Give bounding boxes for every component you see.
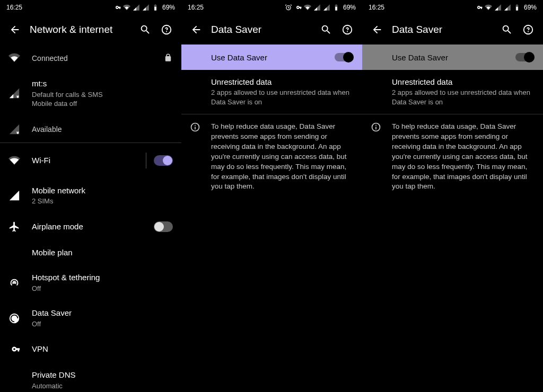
page-title: Data Saver (392, 24, 496, 35)
panel-network: 16:25 69% Network & internet (0, 0, 181, 392)
wifi-switch[interactable] (154, 155, 173, 166)
use-datasaver-row[interactable]: Use Data Saver (362, 44, 543, 70)
vpn-label: VPN (32, 344, 173, 354)
page-title: Network & internet (30, 24, 135, 35)
battery-text: 69% (162, 4, 175, 11)
wifi-status-icon (304, 4, 311, 11)
lock-icon-wrap (163, 53, 173, 63)
panel-datasaver-off: 16:25 69% Data Saver Use Data (362, 0, 543, 392)
help-icon (341, 24, 353, 35)
dns-sub: Automatic (32, 381, 173, 391)
arrow-back-icon (190, 24, 202, 35)
status-bar: 16:25 69% (181, 0, 362, 15)
mobile-sub: 2 SIMs (32, 197, 173, 206)
wifi-row[interactable]: Wi-Fi (0, 143, 181, 178)
search-icon (139, 24, 151, 35)
datasaver-row[interactable]: Data Saver Off (0, 300, 181, 336)
dns-row[interactable]: Private DNS Automatic (0, 362, 181, 392)
search-icon (320, 24, 332, 35)
signal1-icon (313, 4, 321, 11)
mobile-plan-row[interactable]: Mobile plan (0, 240, 181, 265)
unrestricted-title: Unrestricted data (211, 77, 354, 86)
wifi-icon (8, 52, 20, 64)
hotspot-sub: Off (32, 284, 173, 293)
search-button[interactable] (316, 19, 337, 40)
app-bar: Data Saver (181, 15, 362, 44)
signal-none-icon (8, 123, 20, 135)
dns-label: Private DNS (32, 370, 173, 380)
use-datasaver-switch[interactable] (515, 53, 535, 61)
battery-icon (152, 4, 159, 11)
hotspot-icon (8, 277, 20, 289)
battery-icon (332, 4, 340, 11)
app-bar: Data Saver (362, 15, 543, 44)
mts-sub2: Mobile data off (32, 99, 173, 109)
vpn-row[interactable]: VPN (0, 336, 181, 362)
unrestricted-sub: 2 apps allowed to use unrestricted data … (211, 88, 354, 106)
back-button[interactable] (366, 19, 388, 40)
use-datasaver-switch[interactable] (335, 53, 354, 61)
app-bar: Network & internet (0, 15, 181, 44)
mobile-label: Mobile network (32, 185, 173, 196)
unrestricted-row[interactable]: Unrestricted data 2 apps allowed to use … (181, 70, 362, 114)
mts-row[interactable]: mt:s Default for calls & SMS Mobile data… (0, 71, 181, 116)
use-datasaver-label: Use Data Saver (211, 53, 335, 62)
mobile-plan-label: Mobile plan (32, 247, 173, 258)
hotspot-label: Hotspot & tethering (32, 272, 173, 283)
unrestricted-sub: 2 apps allowed to use unrestricted data … (392, 88, 535, 106)
datasaver-sub: Off (32, 319, 173, 329)
airplane-label: Airplane mode (32, 221, 154, 232)
svg-point-0 (13, 282, 15, 284)
search-button[interactable] (135, 19, 156, 40)
panel-datasaver-on: 16:25 69% Data Saver (181, 0, 362, 392)
status-icons: 69% (285, 4, 356, 11)
help-button[interactable] (337, 19, 358, 40)
help-button[interactable] (518, 19, 539, 40)
hotspot-row[interactable]: Hotspot & tethering Off (0, 265, 181, 300)
help-button[interactable] (156, 19, 177, 40)
alarm-icon (285, 4, 292, 11)
unrestricted-title: Unrestricted data (392, 77, 535, 86)
unrestricted-row[interactable]: Unrestricted data 2 apps allowed to use … (362, 70, 543, 114)
signal1-icon (494, 4, 502, 11)
status-bar: 16:25 69% (362, 0, 543, 15)
mts-sub1: Default for calls & SMS (32, 90, 173, 100)
airplane-switch[interactable] (154, 221, 173, 232)
use-datasaver-label: Use Data Saver (392, 53, 515, 62)
page-title: Data Saver (211, 24, 316, 35)
info-icon (371, 122, 381, 132)
info-icon (190, 122, 200, 132)
battery-icon (513, 4, 521, 11)
signal-off-icon (8, 87, 20, 99)
vpn-key-icon (475, 4, 483, 11)
status-time: 16:25 (369, 4, 384, 11)
wifi-status-icon (485, 4, 492, 11)
airplane-row[interactable]: Airplane mode (0, 213, 181, 240)
lock-icon (163, 53, 173, 63)
arrow-back-icon (9, 24, 21, 35)
status-time: 16:25 (188, 4, 204, 11)
available-row[interactable]: Available (0, 116, 181, 142)
status-icons: 69% (113, 4, 175, 11)
back-button[interactable] (186, 19, 207, 40)
connected-label: Connected (32, 54, 163, 64)
use-datasaver-row[interactable]: Use Data Saver (181, 44, 362, 70)
vpn-key-icon (113, 4, 121, 11)
battery-text: 69% (343, 4, 356, 11)
status-icons: 69% (475, 4, 537, 11)
connected-row[interactable]: Connected (0, 44, 181, 71)
back-button[interactable] (4, 19, 25, 40)
help-icon (522, 24, 534, 35)
signal2-icon (504, 4, 511, 11)
info-text: To help reduce data usage, Data Saver pr… (211, 122, 354, 192)
signal-full-icon (8, 190, 20, 201)
mobile-network-row[interactable]: Mobile network 2 SIMs (0, 178, 181, 213)
search-icon (501, 24, 513, 35)
signal1-icon (133, 4, 140, 11)
airplane-icon (8, 221, 20, 233)
wifi-separator (146, 153, 146, 168)
wifi-label: Wi-Fi (32, 155, 143, 166)
info-row: To help reduce data usage, Data Saver pr… (181, 114, 362, 199)
available-label: Available (32, 124, 173, 135)
search-button[interactable] (496, 19, 518, 40)
